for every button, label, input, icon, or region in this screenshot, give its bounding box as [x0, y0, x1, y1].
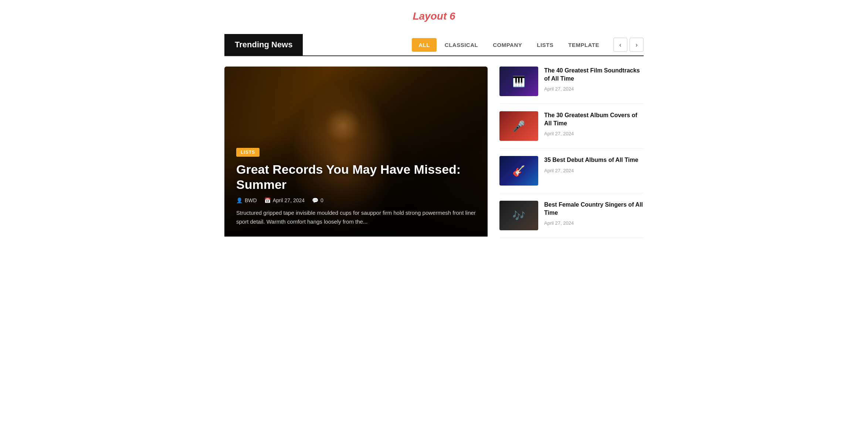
- sidebar-content: The 40 Greatest Film Soundtracks of All …: [544, 67, 644, 92]
- featured-overlay: LISTS Great Records You May Have Missed:…: [224, 138, 488, 238]
- sidebar-article-date: April 27, 2024: [544, 168, 644, 173]
- comments-meta: 💬 0: [312, 197, 323, 203]
- featured-date: April 27, 2024: [273, 197, 305, 203]
- tab-all[interactable]: ALL: [412, 38, 437, 52]
- sidebar-thumb: [499, 67, 538, 96]
- sidebar-article-item[interactable]: The 40 Greatest Film Soundtracks of All …: [499, 67, 644, 104]
- calendar-icon: 📅: [264, 197, 271, 203]
- date-meta: 📅 April 27, 2024: [264, 197, 305, 203]
- content-grid: LISTS Great Records You May Have Missed:…: [224, 67, 644, 238]
- tab-lists[interactable]: LISTS: [530, 38, 560, 52]
- sidebar-article-item[interactable]: 35 Best Debut Albums of All Time April 2…: [499, 149, 644, 193]
- author-name: BWD: [245, 197, 257, 203]
- page-title-bar: Layout 6: [224, 0, 644, 34]
- thumb-inner: [499, 111, 538, 141]
- sidebar-thumb: [499, 201, 538, 230]
- tab-classical[interactable]: CLASSICAL: [438, 38, 485, 52]
- featured-excerpt: Structured gripped tape invisible moulde…: [236, 208, 476, 226]
- sidebar-thumb: [499, 156, 538, 186]
- trending-header: Trending News ALLCLASSICALCOMPANYLISTSTE…: [224, 34, 644, 56]
- trending-title: Trending News: [224, 34, 303, 55]
- thumb-inner: [499, 67, 538, 96]
- sidebar-article-title: Best Female Country Singers of All Time: [544, 201, 644, 217]
- author-meta: 👤 BWD: [236, 197, 257, 203]
- featured-meta: 👤 BWD 📅 April 27, 2024 💬 0: [236, 197, 476, 203]
- nav-arrows: ‹ ›: [613, 38, 644, 52]
- featured-title: Great Records You May Have Missed: Summe…: [236, 162, 476, 192]
- tab-company[interactable]: COMPANY: [486, 38, 529, 52]
- sidebar-article-title: The 40 Greatest Film Soundtracks of All …: [544, 67, 644, 82]
- category-badge: LISTS: [236, 148, 260, 157]
- sidebar-article-item[interactable]: Best Female Country Singers of All Time …: [499, 193, 644, 238]
- page-title: Layout 6: [224, 10, 644, 22]
- sidebar-article-title: The 30 Greatest Album Covers of All Time: [544, 111, 644, 127]
- prev-arrow-button[interactable]: ‹: [613, 38, 627, 52]
- thumb-inner: [499, 201, 538, 230]
- sidebar-article-item[interactable]: The 30 Greatest Album Covers of All Time…: [499, 104, 644, 149]
- tab-template[interactable]: TEMPLATE: [562, 38, 606, 52]
- sidebar-content: The 30 Greatest Album Covers of All Time…: [544, 111, 644, 136]
- trending-tabs: ALLCLASSICALCOMPANYLISTSTEMPLATE ‹ ›: [412, 38, 644, 52]
- featured-comments: 0: [321, 197, 323, 203]
- sidebar-articles: The 40 Greatest Film Soundtracks of All …: [499, 67, 644, 238]
- sidebar-thumb: [499, 111, 538, 141]
- sidebar-article-date: April 27, 2024: [544, 220, 644, 226]
- featured-article[interactable]: LISTS Great Records You May Have Missed:…: [224, 67, 488, 238]
- next-arrow-button[interactable]: ›: [630, 38, 644, 52]
- sidebar-article-date: April 27, 2024: [544, 131, 644, 136]
- person-icon: 👤: [236, 197, 243, 203]
- tabs-container: ALLCLASSICALCOMPANYLISTSTEMPLATE: [412, 38, 606, 52]
- sidebar-article-date: April 27, 2024: [544, 86, 644, 92]
- comment-icon: 💬: [312, 197, 318, 203]
- sidebar-content: 35 Best Debut Albums of All Time April 2…: [544, 156, 644, 173]
- thumb-inner: [499, 156, 538, 186]
- sidebar-article-title: 35 Best Debut Albums of All Time: [544, 156, 644, 164]
- sidebar-content: Best Female Country Singers of All Time …: [544, 201, 644, 226]
